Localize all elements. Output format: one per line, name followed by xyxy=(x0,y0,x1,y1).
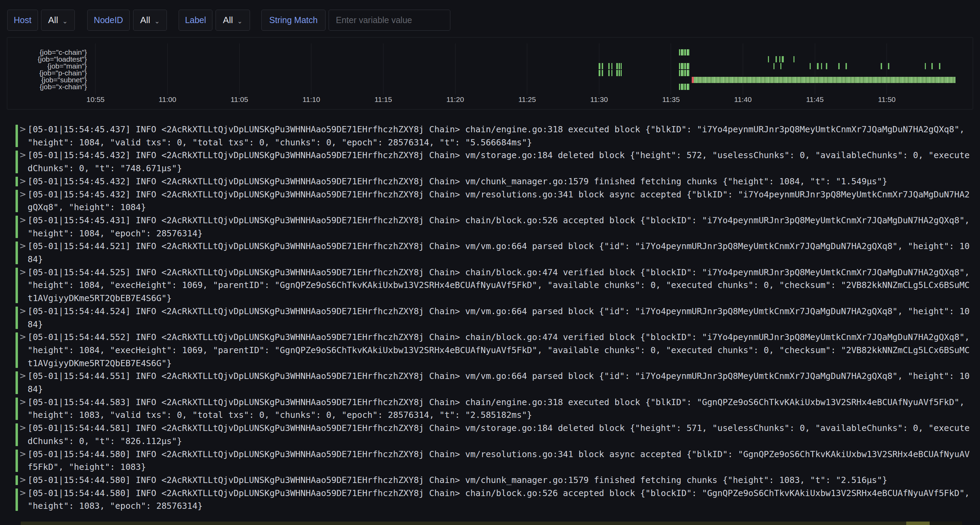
log-row[interactable]: >[05-01|15:54:45.437] INFO <2AcRkXTLLtQj… xyxy=(0,123,980,149)
chart-segment xyxy=(846,63,846,69)
x-axis-tick-label: 11:30 xyxy=(590,95,608,104)
grid-line xyxy=(95,43,95,94)
log-text: [05-01|15:54:44.525] INFO <2AcRkXTLLtQjv… xyxy=(28,266,970,305)
chart-segment xyxy=(773,63,775,69)
chart-segment xyxy=(694,77,956,83)
expand-log-icon[interactable]: > xyxy=(19,188,26,201)
log-row[interactable]: >[05-01|15:54:44.521] INFO <2AcRkXTLLtQj… xyxy=(0,240,980,266)
grid-line xyxy=(743,43,743,94)
chart-segment xyxy=(931,63,933,69)
log-row[interactable]: >[05-01|15:54:44.580] INFO <2AcRkXTLLtQj… xyxy=(0,448,980,474)
chart-segment xyxy=(608,70,609,76)
expand-log-icon[interactable]: > xyxy=(19,240,26,253)
expand-log-icon[interactable]: > xyxy=(19,487,26,500)
grid-line xyxy=(455,43,455,94)
log-volume-panel: 10:5511:0011:0511:1011:1511:2011:2511:30… xyxy=(7,37,973,109)
expand-log-icon[interactable]: > xyxy=(19,474,26,487)
variable-value: All xyxy=(48,15,58,25)
chart-segment xyxy=(881,63,882,69)
chevron-down-icon: ⌄ xyxy=(62,17,68,25)
expand-log-icon[interactable]: > xyxy=(19,370,26,383)
variable-select-nodeid[interactable]: All⌄ xyxy=(133,10,167,31)
log-row[interactable]: >[05-01|15:54:45.432] INFO <2AcRkXTLLtQj… xyxy=(0,149,980,174)
log-text: [05-01|15:54:44.580] INFO <2AcRkXTLLtQjv… xyxy=(28,448,970,474)
variable-label-text: NodeID xyxy=(94,15,123,25)
chart-segment xyxy=(780,63,781,69)
log-level-indicator xyxy=(16,332,18,368)
log-text: [05-01|15:54:44.581] INFO <2AcRkXTLLtQjv… xyxy=(28,422,970,447)
variable-value: All xyxy=(223,15,233,25)
log-text: [05-01|15:54:44.580] INFO <2AcRkXTLLtQjv… xyxy=(28,487,970,512)
chart-row-label: {job="loadtest"} xyxy=(38,56,87,63)
x-axis-tick-label: 10:55 xyxy=(87,95,105,104)
log-level-indicator xyxy=(16,476,18,485)
chart-segment xyxy=(925,63,926,69)
chart-segment xyxy=(768,56,769,62)
chart-segment xyxy=(821,63,822,69)
log-level-indicator xyxy=(16,398,18,420)
x-axis-tick-label: 11:05 xyxy=(231,95,248,104)
chart-row-label: {job="c-chain"} xyxy=(40,49,87,56)
log-row[interactable]: >[05-01|15:54:44.583] INFO <2AcRkXTLLtQj… xyxy=(0,396,980,422)
log-text: [05-01|15:54:45.432] INFO <2AcRkXTLLtQjv… xyxy=(28,175,970,188)
log-text: [05-01|15:54:45.432] INFO <2AcRkXTLLtQjv… xyxy=(28,188,970,214)
grid-line xyxy=(886,43,887,94)
log-level-indicator xyxy=(16,371,18,394)
chart-segment xyxy=(826,63,827,69)
chart-segment xyxy=(611,70,612,76)
chart-segment xyxy=(599,63,600,69)
chevron-down-icon: ⌄ xyxy=(237,17,242,25)
log-row[interactable]: >[05-01|15:54:44.552] INFO <2AcRkXTLLtQj… xyxy=(0,331,980,370)
expand-log-icon[interactable]: > xyxy=(19,305,26,318)
variable-label-host: Host xyxy=(7,10,38,31)
chart-segment xyxy=(611,63,612,69)
log-row[interactable]: >[05-01|15:54:45.432] INFO <2AcRkXTLLtQj… xyxy=(0,188,980,214)
expand-log-icon[interactable]: > xyxy=(19,149,26,162)
chart-segment xyxy=(838,63,839,69)
log-text: [05-01|15:54:45.432] INFO <2AcRkXTLLtQjv… xyxy=(28,149,970,174)
log-row[interactable]: >[05-01|15:54:44.580] INFO <2AcRkXTLLtQj… xyxy=(0,487,980,512)
chart-segment xyxy=(794,56,794,62)
string-match-input[interactable] xyxy=(329,10,450,31)
grid-line xyxy=(383,43,383,94)
expand-log-icon[interactable]: > xyxy=(19,214,26,227)
expand-log-icon[interactable]: > xyxy=(19,123,26,136)
x-axis-tick-label: 11:20 xyxy=(447,95,464,104)
chart-segment xyxy=(888,63,889,69)
chart-segment xyxy=(621,63,622,69)
log-row[interactable]: >[05-01|15:54:45.432] INFO <2AcRkXTLLtQj… xyxy=(0,175,980,188)
log-row[interactable]: >[05-01|15:54:44.551] INFO <2AcRkXTLLtQj… xyxy=(0,370,980,395)
expand-log-icon[interactable]: > xyxy=(19,448,26,461)
chart-segment xyxy=(776,56,776,62)
log-row[interactable]: >[05-01|15:54:45.431] INFO <2AcRkXTLLtQj… xyxy=(0,214,980,240)
chevron-down-icon: ⌄ xyxy=(154,17,160,25)
chart-segment xyxy=(616,63,617,69)
log-row[interactable]: >[05-01|15:54:44.525] INFO <2AcRkXTLLtQj… xyxy=(0,266,980,305)
log-row[interactable]: >[05-01|15:54:44.580] INFO <2AcRkXTLLtQj… xyxy=(0,474,980,487)
expand-log-icon[interactable]: > xyxy=(19,422,26,435)
expand-log-icon[interactable]: > xyxy=(19,396,26,409)
logs-panel: >[05-01|15:54:45.437] INFO <2AcRkXTLLtQj… xyxy=(0,119,980,519)
chart-segment xyxy=(619,63,620,69)
log-text: [05-01|15:54:44.583] INFO <2AcRkXTLLtQjv… xyxy=(28,396,970,422)
grid-line xyxy=(527,43,527,94)
expand-log-icon[interactable]: > xyxy=(19,331,26,344)
grid-line xyxy=(815,43,815,94)
expand-log-icon[interactable]: > xyxy=(19,175,26,188)
chart-segment xyxy=(782,56,784,62)
log-text: [05-01|15:54:45.431] INFO <2AcRkXTLLtQjv… xyxy=(28,214,970,240)
x-axis-tick-label: 11:15 xyxy=(374,95,392,104)
chart-segment xyxy=(679,70,689,76)
variable-select-host[interactable]: All⌄ xyxy=(41,10,75,31)
variable-select-label[interactable]: All⌄ xyxy=(216,10,250,31)
log-row[interactable]: >[05-01|15:54:44.581] INFO <2AcRkXTLLtQj… xyxy=(0,422,980,447)
chart-segment xyxy=(602,63,603,69)
log-level-indicator xyxy=(16,489,18,511)
x-axis-tick-label: 11:50 xyxy=(878,95,896,104)
variable-label-label: Label xyxy=(179,10,212,31)
chart-segment xyxy=(817,63,818,69)
expand-log-icon[interactable]: > xyxy=(19,266,26,279)
chart-segment xyxy=(616,70,617,76)
log-row[interactable]: >[05-01|15:54:44.524] INFO <2AcRkXTLLtQj… xyxy=(0,305,980,331)
log-level-indicator xyxy=(16,216,18,238)
